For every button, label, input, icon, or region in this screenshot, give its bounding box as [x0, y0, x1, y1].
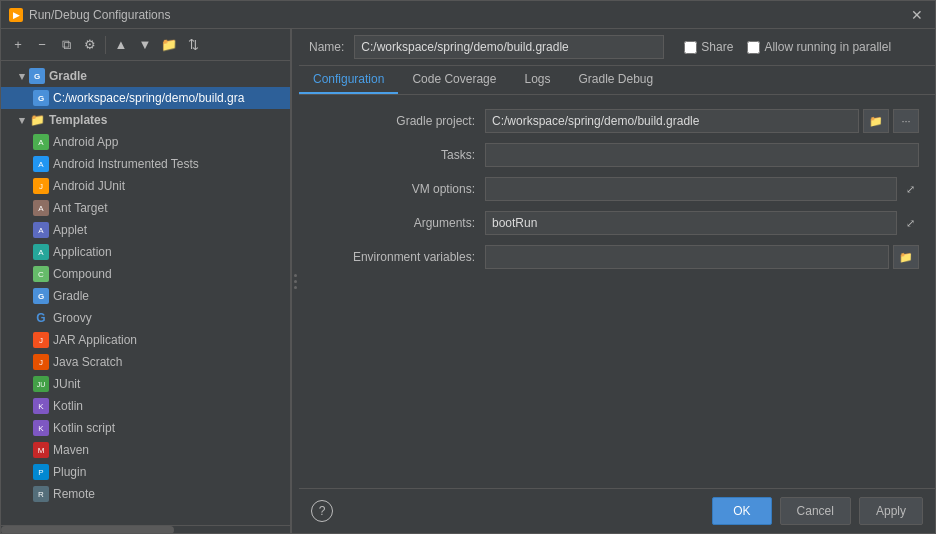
android-junit-label: Android JUnit	[53, 179, 125, 193]
maven-label: Maven	[53, 443, 89, 457]
list-item[interactable]: G Groovy	[1, 307, 290, 329]
list-item[interactable]: G Gradle	[1, 285, 290, 307]
plugin-icon: P	[33, 464, 49, 480]
list-item[interactable]: A Application	[1, 241, 290, 263]
remote-label: Remote	[53, 487, 95, 501]
help-button[interactable]: ?	[311, 500, 333, 522]
vm-options-row: VM options: ⤢	[315, 177, 919, 201]
name-label: Name:	[309, 40, 344, 54]
gradle-project-input[interactable]	[485, 109, 859, 133]
panel-resize-handle[interactable]	[291, 29, 299, 533]
tasks-input-wrap	[485, 143, 919, 167]
remove-config-button[interactable]: −	[31, 34, 53, 56]
list-item[interactable]: A Ant Target	[1, 197, 290, 219]
jar-app-icon: J	[33, 332, 49, 348]
templates-group-arrow	[19, 113, 25, 127]
list-item[interactable]: K Kotlin script	[1, 417, 290, 439]
gradle-template-label: Gradle	[53, 289, 89, 303]
tasks-label: Tasks:	[315, 148, 475, 162]
list-item[interactable]: A Android App	[1, 131, 290, 153]
ant-target-label: Ant Target	[53, 201, 107, 215]
vm-options-input[interactable]	[485, 177, 897, 201]
dialog-icon: ▶	[9, 8, 23, 22]
scrollbar-thumb	[1, 526, 174, 533]
apply-button[interactable]: Apply	[859, 497, 923, 525]
compound-icon: C	[33, 266, 49, 282]
env-vars-browse-button[interactable]: 📁	[893, 245, 919, 269]
add-config-button[interactable]: +	[7, 34, 29, 56]
application-icon: A	[33, 244, 49, 260]
close-button[interactable]: ✕	[907, 5, 927, 25]
junit-icon: JU	[33, 376, 49, 392]
configuration-area: Gradle project: 📁 ··· Tasks:	[299, 95, 935, 488]
list-item[interactable]: K Kotlin	[1, 395, 290, 417]
kotlin-script-label: Kotlin script	[53, 421, 115, 435]
java-scratch-label: Java Scratch	[53, 355, 122, 369]
name-bar: Name: Share Allow running in parallel	[299, 29, 935, 66]
application-label: Application	[53, 245, 112, 259]
list-item[interactable]: P Plugin	[1, 461, 290, 483]
folder-button[interactable]: 📁	[158, 34, 180, 56]
gradle-project-more-button[interactable]: ···	[893, 109, 919, 133]
share-checkbox[interactable]	[684, 41, 697, 54]
list-item[interactable]: A Applet	[1, 219, 290, 241]
tab-configuration[interactable]: Configuration	[299, 66, 398, 94]
list-item[interactable]: A Android Instrumented Tests	[1, 153, 290, 175]
list-item[interactable]: M Maven	[1, 439, 290, 461]
android-app-icon: A	[33, 134, 49, 150]
maven-icon: M	[33, 442, 49, 458]
list-item[interactable]: R Remote	[1, 483, 290, 505]
gradle-project-row: Gradle project: 📁 ···	[315, 109, 919, 133]
list-item[interactable]: C Compound	[1, 263, 290, 285]
templates-group[interactable]: 📁 Templates	[1, 109, 290, 131]
arguments-input-wrap: ⤢	[485, 211, 919, 235]
env-vars-label: Environment variables:	[315, 250, 475, 264]
gradle-project-input-wrap: 📁 ···	[485, 109, 919, 133]
tab-code-coverage[interactable]: Code Coverage	[398, 66, 510, 94]
junit-label: JUnit	[53, 377, 80, 391]
arguments-label: Arguments:	[315, 216, 475, 230]
share-wrapper: Share	[684, 40, 733, 54]
java-scratch-icon: J	[33, 354, 49, 370]
move-up-button[interactable]: ▲	[110, 34, 132, 56]
vm-options-label: VM options:	[315, 182, 475, 196]
gradle-selected-item[interactable]: G C:/workspace/spring/demo/build.gra	[1, 87, 290, 109]
tab-gradle-debug[interactable]: Gradle Debug	[564, 66, 667, 94]
gradle-project-browse-button[interactable]: 📁	[863, 109, 889, 133]
ok-button[interactable]: OK	[712, 497, 771, 525]
vm-options-expand-button[interactable]: ⤢	[901, 177, 919, 201]
gradle-item-label: C:/workspace/spring/demo/build.gra	[53, 91, 244, 105]
arguments-row: Arguments: ⤢	[315, 211, 919, 235]
config-tree: G Gradle G C:/workspace/spring/demo/buil…	[1, 61, 290, 525]
parallel-checkbox[interactable]	[747, 41, 760, 54]
cancel-button[interactable]: Cancel	[780, 497, 851, 525]
toolbar-separator	[105, 36, 106, 54]
gradle-group[interactable]: G Gradle	[1, 65, 290, 87]
tab-logs[interactable]: Logs	[510, 66, 564, 94]
arguments-expand-button[interactable]: ⤢	[901, 211, 919, 235]
copy-config-button[interactable]: ⧉	[55, 34, 77, 56]
name-input[interactable]	[354, 35, 664, 59]
share-label: Share	[701, 40, 733, 54]
run-debug-dialog: ▶ Run/Debug Configurations ✕ + − ⧉ ⚙ ▲ ▼…	[0, 0, 936, 534]
list-item[interactable]: J Java Scratch	[1, 351, 290, 373]
sort-button[interactable]: ⇅	[182, 34, 204, 56]
list-item[interactable]: JU JUnit	[1, 373, 290, 395]
parallel-label: Allow running in parallel	[764, 40, 891, 54]
gradle-project-label: Gradle project:	[315, 114, 475, 128]
applet-icon: A	[33, 222, 49, 238]
bottom-bar: ? OK Cancel Apply	[299, 488, 935, 533]
gradle-group-icon: G	[29, 68, 45, 84]
remote-icon: R	[33, 486, 49, 502]
move-down-button[interactable]: ▼	[134, 34, 156, 56]
list-item[interactable]: J Android JUnit	[1, 175, 290, 197]
groovy-label: Groovy	[53, 311, 92, 325]
horizontal-scrollbar[interactable]	[1, 525, 290, 533]
jar-app-label: JAR Application	[53, 333, 137, 347]
env-vars-input[interactable]	[485, 245, 889, 269]
tasks-input[interactable]	[485, 143, 919, 167]
arguments-input[interactable]	[485, 211, 897, 235]
env-vars-row: Environment variables: 📁	[315, 245, 919, 269]
settings-button[interactable]: ⚙	[79, 34, 101, 56]
list-item[interactable]: J JAR Application	[1, 329, 290, 351]
